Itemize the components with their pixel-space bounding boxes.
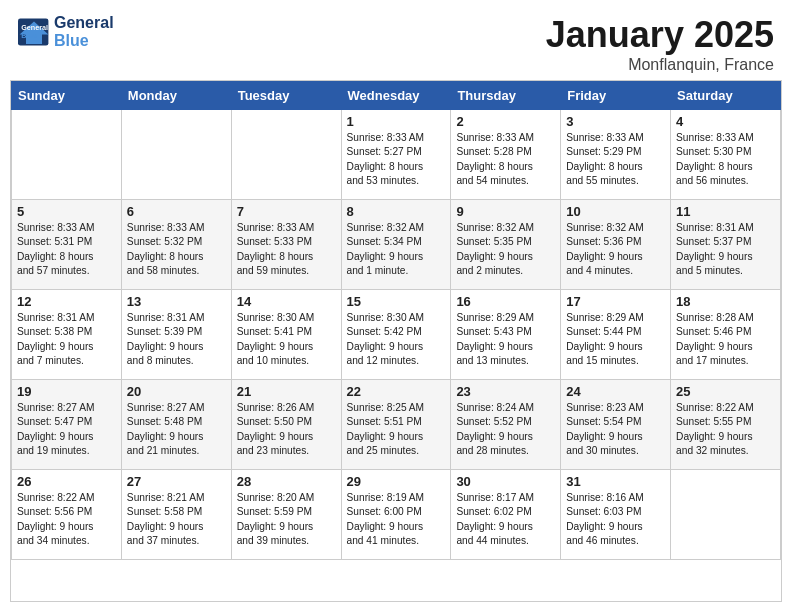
svg-text:Blue: Blue	[21, 31, 37, 40]
week-row-3: 12Sunrise: 8:31 AM Sunset: 5:38 PM Dayli…	[12, 290, 781, 380]
day-cell: 12Sunrise: 8:31 AM Sunset: 5:38 PM Dayli…	[12, 290, 122, 380]
weekday-tuesday: Tuesday	[231, 82, 341, 110]
day-number: 27	[127, 474, 226, 489]
day-info: Sunrise: 8:32 AM Sunset: 5:34 PM Dayligh…	[347, 221, 446, 278]
week-row-4: 19Sunrise: 8:27 AM Sunset: 5:47 PM Dayli…	[12, 380, 781, 470]
header: General Blue General Blue January 2025 M…	[0, 0, 792, 80]
day-info: Sunrise: 8:25 AM Sunset: 5:51 PM Dayligh…	[347, 401, 446, 458]
day-number: 24	[566, 384, 665, 399]
day-cell: 15Sunrise: 8:30 AM Sunset: 5:42 PM Dayli…	[341, 290, 451, 380]
day-number: 29	[347, 474, 446, 489]
day-info: Sunrise: 8:30 AM Sunset: 5:42 PM Dayligh…	[347, 311, 446, 368]
sub-title: Monflanquin, France	[546, 56, 774, 74]
day-cell: 17Sunrise: 8:29 AM Sunset: 5:44 PM Dayli…	[561, 290, 671, 380]
day-info: Sunrise: 8:28 AM Sunset: 5:46 PM Dayligh…	[676, 311, 775, 368]
day-cell: 30Sunrise: 8:17 AM Sunset: 6:02 PM Dayli…	[451, 470, 561, 560]
weekday-header-row: SundayMondayTuesdayWednesdayThursdayFrid…	[12, 82, 781, 110]
day-cell: 11Sunrise: 8:31 AM Sunset: 5:37 PM Dayli…	[671, 200, 781, 290]
day-info: Sunrise: 8:24 AM Sunset: 5:52 PM Dayligh…	[456, 401, 555, 458]
day-info: Sunrise: 8:23 AM Sunset: 5:54 PM Dayligh…	[566, 401, 665, 458]
day-cell: 16Sunrise: 8:29 AM Sunset: 5:43 PM Dayli…	[451, 290, 561, 380]
day-number: 4	[676, 114, 775, 129]
day-info: Sunrise: 8:31 AM Sunset: 5:39 PM Dayligh…	[127, 311, 226, 368]
day-cell: 25Sunrise: 8:22 AM Sunset: 5:55 PM Dayli…	[671, 380, 781, 470]
day-number: 17	[566, 294, 665, 309]
svg-text:General: General	[21, 22, 48, 31]
day-cell	[121, 110, 231, 200]
day-info: Sunrise: 8:22 AM Sunset: 5:55 PM Dayligh…	[676, 401, 775, 458]
day-number: 20	[127, 384, 226, 399]
day-number: 19	[17, 384, 116, 399]
weekday-friday: Friday	[561, 82, 671, 110]
day-cell: 3Sunrise: 8:33 AM Sunset: 5:29 PM Daylig…	[561, 110, 671, 200]
logo-icon: General Blue	[18, 18, 50, 46]
title-block: January 2025 Monflanquin, France	[546, 14, 774, 74]
day-info: Sunrise: 8:20 AM Sunset: 5:59 PM Dayligh…	[237, 491, 336, 548]
day-info: Sunrise: 8:17 AM Sunset: 6:02 PM Dayligh…	[456, 491, 555, 548]
day-info: Sunrise: 8:33 AM Sunset: 5:29 PM Dayligh…	[566, 131, 665, 188]
weekday-saturday: Saturday	[671, 82, 781, 110]
logo-blue: Blue	[54, 32, 114, 50]
weekday-monday: Monday	[121, 82, 231, 110]
day-cell	[671, 470, 781, 560]
day-cell: 21Sunrise: 8:26 AM Sunset: 5:50 PM Dayli…	[231, 380, 341, 470]
page: General Blue General Blue January 2025 M…	[0, 0, 792, 612]
day-info: Sunrise: 8:33 AM Sunset: 5:30 PM Dayligh…	[676, 131, 775, 188]
calendar: SundayMondayTuesdayWednesdayThursdayFrid…	[10, 80, 782, 602]
day-number: 13	[127, 294, 226, 309]
day-info: Sunrise: 8:31 AM Sunset: 5:37 PM Dayligh…	[676, 221, 775, 278]
day-cell: 22Sunrise: 8:25 AM Sunset: 5:51 PM Dayli…	[341, 380, 451, 470]
day-number: 9	[456, 204, 555, 219]
day-info: Sunrise: 8:30 AM Sunset: 5:41 PM Dayligh…	[237, 311, 336, 368]
week-row-2: 5Sunrise: 8:33 AM Sunset: 5:31 PM Daylig…	[12, 200, 781, 290]
day-cell: 14Sunrise: 8:30 AM Sunset: 5:41 PM Dayli…	[231, 290, 341, 380]
day-info: Sunrise: 8:33 AM Sunset: 5:28 PM Dayligh…	[456, 131, 555, 188]
day-cell: 29Sunrise: 8:19 AM Sunset: 6:00 PM Dayli…	[341, 470, 451, 560]
day-info: Sunrise: 8:16 AM Sunset: 6:03 PM Dayligh…	[566, 491, 665, 548]
day-number: 14	[237, 294, 336, 309]
day-number: 31	[566, 474, 665, 489]
day-cell	[12, 110, 122, 200]
day-number: 11	[676, 204, 775, 219]
day-number: 5	[17, 204, 116, 219]
day-cell: 5Sunrise: 8:33 AM Sunset: 5:31 PM Daylig…	[12, 200, 122, 290]
day-info: Sunrise: 8:33 AM Sunset: 5:27 PM Dayligh…	[347, 131, 446, 188]
day-number: 12	[17, 294, 116, 309]
day-number: 10	[566, 204, 665, 219]
day-cell: 10Sunrise: 8:32 AM Sunset: 5:36 PM Dayli…	[561, 200, 671, 290]
day-number: 8	[347, 204, 446, 219]
day-info: Sunrise: 8:33 AM Sunset: 5:33 PM Dayligh…	[237, 221, 336, 278]
day-info: Sunrise: 8:27 AM Sunset: 5:47 PM Dayligh…	[17, 401, 116, 458]
day-number: 2	[456, 114, 555, 129]
day-cell: 27Sunrise: 8:21 AM Sunset: 5:58 PM Dayli…	[121, 470, 231, 560]
day-number: 26	[17, 474, 116, 489]
day-cell: 4Sunrise: 8:33 AM Sunset: 5:30 PM Daylig…	[671, 110, 781, 200]
day-number: 3	[566, 114, 665, 129]
main-title: January 2025	[546, 14, 774, 56]
calendar-body: 1Sunrise: 8:33 AM Sunset: 5:27 PM Daylig…	[12, 110, 781, 560]
week-row-5: 26Sunrise: 8:22 AM Sunset: 5:56 PM Dayli…	[12, 470, 781, 560]
day-info: Sunrise: 8:33 AM Sunset: 5:31 PM Dayligh…	[17, 221, 116, 278]
day-number: 22	[347, 384, 446, 399]
weekday-thursday: Thursday	[451, 82, 561, 110]
day-info: Sunrise: 8:29 AM Sunset: 5:44 PM Dayligh…	[566, 311, 665, 368]
week-row-1: 1Sunrise: 8:33 AM Sunset: 5:27 PM Daylig…	[12, 110, 781, 200]
day-cell: 23Sunrise: 8:24 AM Sunset: 5:52 PM Dayli…	[451, 380, 561, 470]
day-cell: 8Sunrise: 8:32 AM Sunset: 5:34 PM Daylig…	[341, 200, 451, 290]
day-info: Sunrise: 8:27 AM Sunset: 5:48 PM Dayligh…	[127, 401, 226, 458]
day-number: 7	[237, 204, 336, 219]
day-number: 25	[676, 384, 775, 399]
day-cell: 31Sunrise: 8:16 AM Sunset: 6:03 PM Dayli…	[561, 470, 671, 560]
day-info: Sunrise: 8:19 AM Sunset: 6:00 PM Dayligh…	[347, 491, 446, 548]
day-cell: 6Sunrise: 8:33 AM Sunset: 5:32 PM Daylig…	[121, 200, 231, 290]
day-info: Sunrise: 8:29 AM Sunset: 5:43 PM Dayligh…	[456, 311, 555, 368]
day-info: Sunrise: 8:26 AM Sunset: 5:50 PM Dayligh…	[237, 401, 336, 458]
day-cell: 2Sunrise: 8:33 AM Sunset: 5:28 PM Daylig…	[451, 110, 561, 200]
day-cell: 13Sunrise: 8:31 AM Sunset: 5:39 PM Dayli…	[121, 290, 231, 380]
day-number: 30	[456, 474, 555, 489]
logo-general: General	[54, 14, 114, 32]
day-info: Sunrise: 8:31 AM Sunset: 5:38 PM Dayligh…	[17, 311, 116, 368]
day-cell: 1Sunrise: 8:33 AM Sunset: 5:27 PM Daylig…	[341, 110, 451, 200]
day-number: 18	[676, 294, 775, 309]
day-number: 6	[127, 204, 226, 219]
